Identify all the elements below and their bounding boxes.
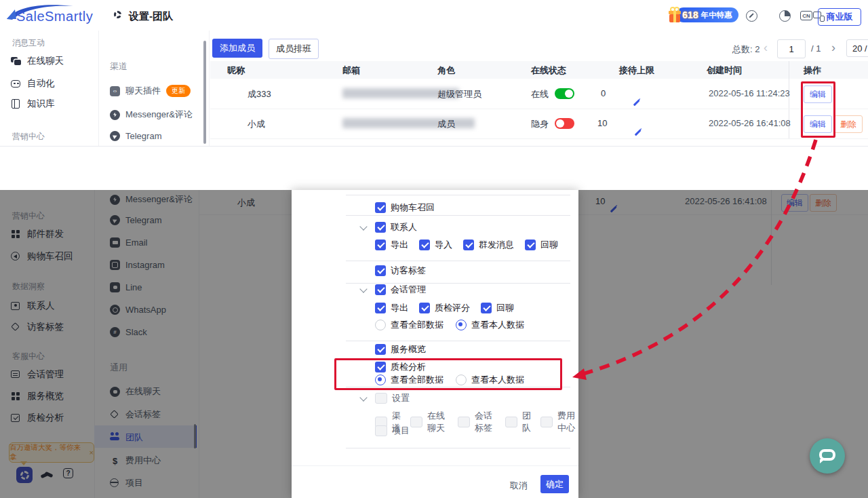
perm-projects[interactable]: 项目 bbox=[375, 425, 410, 437]
radio-label: 查看本人数据 bbox=[471, 319, 524, 331]
perm-settings[interactable]: 设置 bbox=[375, 392, 410, 404]
checkbox-checked-icon bbox=[375, 222, 386, 233]
perm-billing[interactable]: 费用中心 bbox=[540, 410, 578, 434]
members-area: 添加成员 成员排班 总数: 2 ‹ 1 / 1 › 20 / 昵称 邮箱 角色 … bbox=[210, 31, 868, 146]
delete-button[interactable]: 删除 bbox=[834, 115, 863, 133]
limit-value: 0 bbox=[601, 88, 606, 98]
plan-label: 商业版 bbox=[827, 11, 853, 23]
perm-import[interactable]: 导入 bbox=[419, 239, 452, 251]
usage-pie-icon[interactable] bbox=[779, 10, 791, 22]
perm-label: 购物车召回 bbox=[391, 202, 435, 214]
top-screenshot: SaleSmartly 设置-团队 618 年中特惠 CN 商业版 bbox=[0, 0, 868, 147]
perm-chat-manage-children: 导出 质检评分 回聊 bbox=[375, 302, 514, 314]
robot-icon bbox=[11, 79, 21, 89]
pagination-total: 总数: 2 bbox=[732, 43, 760, 56]
sidebar-item-automation[interactable]: 自动化 bbox=[11, 77, 55, 90]
settings-gear-icon bbox=[114, 11, 121, 18]
chat-widget-button[interactable] bbox=[810, 438, 845, 474]
perm-label: 导入 bbox=[435, 239, 452, 251]
sidebar-item-knowledge[interactable]: 知识库 bbox=[11, 98, 55, 110]
radio-on-icon bbox=[456, 320, 467, 330]
channel-item-plugin[interactable]: ‹› 聊天插件 更新 bbox=[110, 85, 191, 97]
perm-export[interactable]: 导出 bbox=[375, 239, 408, 251]
perm-bulk-message[interactable]: 群发消息 bbox=[463, 239, 514, 251]
checkbox-unchecked-icon bbox=[540, 417, 553, 427]
chat-bubbles-icon bbox=[11, 56, 21, 66]
channel-label: Telegram bbox=[125, 131, 161, 141]
limit-value: 10 bbox=[597, 118, 607, 128]
chevron-down-icon[interactable] bbox=[359, 223, 367, 230]
pagination-size-select[interactable]: 20 / bbox=[846, 39, 868, 57]
perm-contacts-children: 导出 导入 群发消息 回聊 bbox=[375, 239, 558, 251]
delete-label: 删除 bbox=[840, 119, 856, 130]
perm-rechat[interactable]: 回聊 bbox=[525, 239, 558, 251]
radio-view-all[interactable]: 查看全部数据 bbox=[375, 319, 443, 331]
checkbox-checked-icon bbox=[375, 303, 386, 313]
perm-team[interactable]: 团队 bbox=[505, 410, 531, 434]
perm-chat-manage-radios: 查看全部数据 查看本人数据 bbox=[375, 319, 524, 331]
perm-label: 质检评分 bbox=[435, 302, 470, 314]
perm-settings-children-2: 项目 bbox=[375, 425, 410, 437]
channel-label: Messenger&评论 bbox=[125, 109, 193, 121]
book-icon bbox=[11, 99, 21, 109]
perm-label: 费用中心 bbox=[557, 410, 578, 434]
perm-quality-score[interactable]: 质检评分 bbox=[419, 302, 470, 314]
perm-livechat[interactable]: 在线聊天 bbox=[410, 410, 448, 434]
perm-label: 群发消息 bbox=[479, 239, 514, 251]
plan-button[interactable]: 商业版 bbox=[818, 8, 861, 26]
pagination-prev-icon[interactable]: ‹ bbox=[764, 41, 768, 55]
perm-visitor-tags[interactable]: 访客标签 bbox=[375, 265, 426, 277]
perm-chat-manage[interactable]: 会话管理 bbox=[375, 284, 426, 296]
channel-scrollbar[interactable] bbox=[203, 41, 206, 144]
radio-view-own[interactable]: 查看本人数据 bbox=[456, 319, 524, 331]
divider bbox=[346, 195, 570, 195]
perm-label: 服务概览 bbox=[391, 343, 426, 356]
checkbox-checked-icon bbox=[419, 240, 430, 250]
promo-text: 年中特惠 bbox=[701, 10, 732, 20]
perm-label: 在线聊天 bbox=[427, 410, 448, 434]
perm-cart-recall[interactable]: 购物车召回 bbox=[375, 202, 435, 214]
logo-text: SaleSmartly bbox=[16, 9, 93, 24]
channel-item-messenger[interactable]: Messenger&评论 bbox=[110, 109, 193, 121]
member-name: 小成 bbox=[248, 118, 265, 130]
pagination-next-icon[interactable]: › bbox=[831, 41, 835, 55]
member-schedule-label: 成员排班 bbox=[276, 43, 311, 55]
checkbox-checked-icon bbox=[375, 202, 386, 213]
perm-export[interactable]: 导出 bbox=[375, 302, 408, 314]
perm-contacts[interactable]: 联系人 bbox=[375, 221, 417, 233]
perm-service-overview[interactable]: 服务概览 bbox=[375, 343, 426, 356]
col-header-actions: 操作 bbox=[804, 64, 821, 77]
language-cn-icon[interactable]: CN bbox=[800, 11, 812, 20]
col-header-email: 邮箱 bbox=[342, 64, 360, 77]
perm-chat-tags[interactable]: 会话标签 bbox=[458, 410, 496, 434]
perm-label: 会话管理 bbox=[391, 284, 426, 296]
member-schedule-button[interactable]: 成员排班 bbox=[269, 39, 319, 59]
confirm-button[interactable]: 确定 bbox=[540, 475, 569, 493]
chevron-down-icon[interactable] bbox=[359, 394, 367, 401]
cancel-button[interactable]: 取消 bbox=[510, 480, 528, 492]
explore-icon[interactable] bbox=[746, 10, 757, 22]
sidebar-item-livechat[interactable]: 在线聊天 bbox=[11, 55, 64, 67]
status-toggle[interactable] bbox=[555, 118, 574, 129]
status-toggle[interactable] bbox=[555, 88, 574, 99]
table-row[interactable]: 小成 成员 隐身 10 2022-05-26 16:41:08 编辑 删除 bbox=[210, 109, 868, 139]
add-member-button[interactable]: 添加成员 bbox=[212, 39, 262, 58]
bottom-screenshot: 营销中心 邮件群发 购物车召回 数据洞察 联系人 访客标签 客服中心 会话管理 … bbox=[0, 190, 868, 498]
channel-item-telegram[interactable]: Telegram bbox=[110, 131, 161, 141]
edit-limit-pencil-icon[interactable] bbox=[635, 129, 642, 136]
pagination-page-input[interactable]: 1 bbox=[777, 39, 806, 58]
gift-icon bbox=[667, 5, 682, 23]
chat-plugin-icon: ‹› bbox=[110, 86, 120, 96]
chevron-down-icon[interactable] bbox=[359, 285, 367, 292]
checkbox-checked-icon bbox=[463, 240, 474, 250]
perm-rechat[interactable]: 回聊 bbox=[481, 302, 514, 314]
perm-label: 设置 bbox=[392, 392, 410, 404]
telegram-icon bbox=[110, 131, 120, 141]
table-row[interactable]: 成333 超级管理员 在线 0 2022-05-16 11:24:23 编辑 bbox=[210, 79, 868, 109]
channel-panel: 渠道 ‹› 聊天插件 更新 Messenger&评论 Telegram bbox=[98, 31, 210, 146]
edit-limit-pencil-icon[interactable] bbox=[633, 99, 640, 106]
promo-618: 618 bbox=[682, 9, 698, 20]
member-name: 成333 bbox=[248, 88, 271, 100]
promo-badge[interactable]: 618 年中特惠 bbox=[676, 7, 738, 22]
col-header-limit: 接待上限 bbox=[619, 64, 654, 77]
